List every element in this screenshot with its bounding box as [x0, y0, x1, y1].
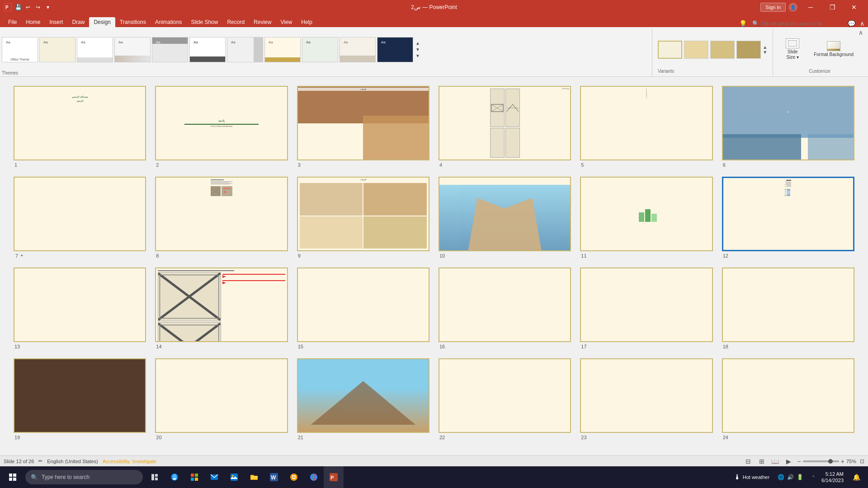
slide-size-button[interactable]: SlideSize ▾ — [782, 37, 803, 62]
lightbulb-icon[interactable]: 💡 — [739, 20, 747, 27]
slide-item-18[interactable]: 18 — [722, 267, 854, 349]
slide-item-5[interactable]: 5 — [580, 86, 712, 168]
store-button[interactable] — [184, 466, 204, 488]
variant-3[interactable] — [710, 41, 735, 59]
speaker-icon[interactable]: 🔊 — [787, 474, 794, 480]
theme-11[interactable]: Aa — [377, 37, 413, 62]
zoom-slider[interactable] — [803, 460, 839, 462]
slide-item-20[interactable]: 20 — [155, 358, 288, 440]
weather-widget[interactable]: 🌡 Hot weather — [730, 473, 773, 481]
slide-item-13[interactable]: 13 — [14, 267, 146, 349]
slide-thumb-6[interactable]: 🏗 — [722, 86, 854, 160]
word-button[interactable]: W — [264, 466, 284, 488]
ribbon-collapse-button[interactable]: ∧ — [857, 29, 864, 36]
theme-5[interactable]: Aa — [152, 37, 188, 62]
theme-6[interactable]: Aa — [189, 37, 226, 62]
slide-item-22[interactable]: 22 — [439, 358, 571, 440]
slideshow-view-button[interactable]: ▶ — [784, 457, 794, 465]
tab-animations[interactable]: Animations — [151, 17, 186, 27]
edge-button[interactable] — [165, 466, 184, 488]
slide-item-6[interactable]: 🏗 6 — [722, 86, 854, 168]
customize-qat-button[interactable]: ▾ — [44, 4, 52, 11]
slide-item-16[interactable]: 16 — [439, 267, 571, 349]
tab-design[interactable]: Design — [89, 17, 115, 27]
slide-item-4[interactable]: یونج باشند 4 — [439, 86, 571, 168]
slide-item-23[interactable]: 23 — [580, 358, 712, 440]
theme-scroll-mid[interactable]: ▼ — [415, 47, 420, 53]
reading-view-button[interactable]: 📖 — [770, 457, 780, 465]
slide-item-3[interactable]: الاتصالات 3 — [297, 86, 429, 168]
redo-button[interactable]: ↪ — [34, 4, 42, 11]
theme-10[interactable]: Aa — [340, 37, 376, 62]
explorer-button[interactable] — [244, 466, 264, 488]
network-icon[interactable]: 🌐 — [778, 474, 784, 480]
theme-2[interactable]: Aa — [39, 37, 75, 62]
tell-me-input[interactable] — [761, 21, 842, 26]
slide-thumb-17[interactable] — [580, 267, 712, 342]
slide-item-15[interactable]: 15 — [297, 267, 429, 349]
slide-item-21[interactable]: 21 — [297, 358, 429, 440]
slide-item-1[interactable]: بسم الله الرحمنالرحيم 1 — [14, 86, 146, 168]
comments-icon[interactable]: 💬 — [848, 20, 855, 27]
slide-item-19[interactable]: 19 — [14, 358, 146, 440]
battery-icon[interactable]: 🔋 — [797, 474, 803, 480]
slide-item-11[interactable]: 11 — [580, 177, 712, 258]
variant-1[interactable] — [658, 41, 682, 59]
theme-blank[interactable]: Aa Office Theme — [2, 37, 38, 62]
slide-item-10[interactable]: 10 — [439, 177, 571, 258]
slide-thumb-8[interactable]: → — [155, 177, 288, 251]
close-button[interactable]: ✕ — [844, 0, 864, 14]
slide-thumb-14[interactable] — [155, 267, 288, 342]
tab-record[interactable]: Record — [222, 17, 249, 27]
vlc-button[interactable] — [284, 466, 304, 488]
tab-file[interactable]: File — [4, 17, 21, 27]
theme-scroll-down[interactable]: ▼ — [415, 53, 420, 59]
slide-item-24[interactable]: 24 — [722, 358, 854, 440]
zoom-out-button[interactable]: − — [797, 458, 801, 465]
slide-sorter-button[interactable]: ⊞ — [757, 457, 767, 465]
mail-button[interactable] — [204, 466, 224, 488]
clock[interactable]: 5:12 AM 6/14/2023 — [820, 471, 845, 484]
slide-thumb-12[interactable] — [722, 177, 854, 251]
variant-4[interactable] — [736, 41, 761, 59]
slide-item-9[interactable]: الاتصالات 9 — [297, 177, 429, 258]
theme-4[interactable]: Aa — [114, 37, 151, 62]
variants-scroll-up[interactable]: ▲ — [763, 45, 767, 50]
notification-icons[interactable]: ⌃ — [808, 475, 819, 480]
slide-thumb-19[interactable] — [14, 358, 146, 433]
slide-thumb-11[interactable] — [580, 177, 712, 251]
normal-view-button[interactable]: ⊟ — [743, 457, 753, 465]
slide-thumb-5[interactable] — [580, 86, 712, 160]
slide-item-8[interactable]: → 8 — [155, 177, 288, 258]
slide-thumb-15[interactable] — [297, 267, 429, 342]
slide-item-7[interactable]: 7 ✦ — [14, 177, 146, 258]
chevron-icon[interactable]: ⌃ — [811, 475, 815, 480]
sign-in-button[interactable]: Sign in — [760, 3, 786, 12]
undo-button[interactable]: ↩ — [24, 4, 32, 11]
slide-thumb-18[interactable] — [722, 267, 854, 342]
start-button[interactable] — [2, 466, 24, 488]
slide-thumb-22[interactable] — [439, 358, 571, 433]
tab-home[interactable]: Home — [21, 17, 45, 27]
system-icons[interactable]: 🌐 🔊 🔋 — [774, 474, 807, 480]
slide-item-17[interactable]: 17 — [580, 267, 712, 349]
zoom-in-button[interactable]: + — [841, 458, 844, 465]
slide-item-12[interactable]: 12 — [722, 177, 854, 258]
restore-button[interactable]: ❐ — [822, 0, 843, 14]
theme-7[interactable]: Aa — [227, 37, 263, 62]
slide-thumb-3[interactable]: الاتصالات — [297, 86, 429, 160]
slide-thumb-4[interactable]: یونج باشند — [439, 86, 571, 160]
slide-thumb-9[interactable]: الاتصالات — [297, 177, 429, 251]
ribbon-collapse-icon[interactable]: ∧ — [860, 20, 864, 27]
tab-view[interactable]: View — [276, 17, 297, 27]
slide-thumb-23[interactable] — [580, 358, 712, 433]
theme-scroll-up[interactable]: ▲ — [415, 40, 420, 47]
tab-slideshow[interactable]: Slide Show — [186, 17, 222, 27]
slide-item-2[interactable]: پادبند STRUCTURAL ENGINEERING 2 — [155, 86, 288, 168]
slide-thumb-20[interactable] — [155, 358, 288, 433]
slide-thumb-24[interactable] — [722, 358, 854, 433]
save-button[interactable]: 💾 — [14, 4, 22, 11]
fit-slide-button[interactable]: ⊡ — [860, 458, 864, 465]
task-view-button[interactable] — [145, 466, 165, 488]
slide-thumb-13[interactable] — [14, 267, 146, 342]
